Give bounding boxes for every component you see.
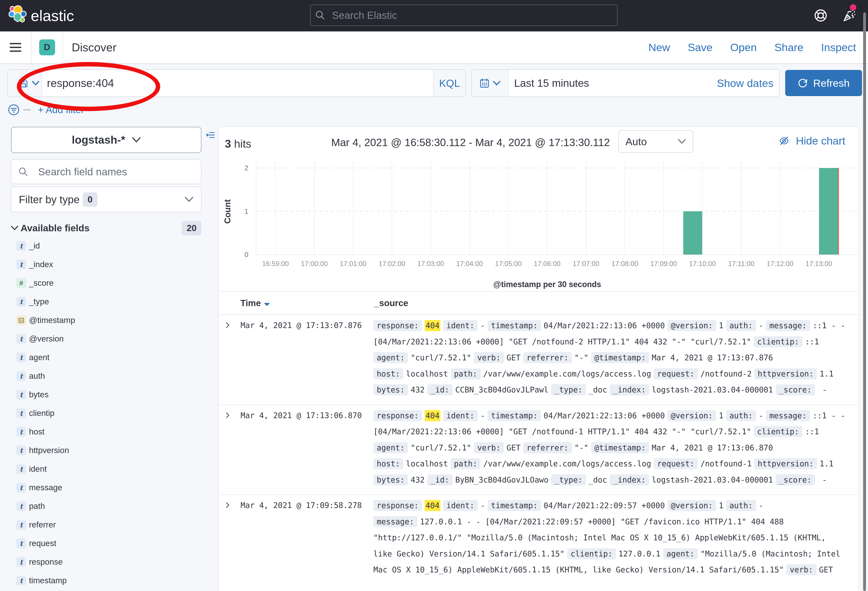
scrollbar-thumb[interactable] (863, 12, 866, 591)
available-fields-header[interactable]: Available fields 20 (11, 221, 201, 235)
page-title: Discover (72, 41, 117, 54)
source-field-badge: verb: (474, 442, 504, 453)
svg-text:17:04:00: 17:04:00 (456, 260, 483, 267)
filter-drop-dash (23, 109, 31, 111)
save-button[interactable]: Save (688, 41, 713, 53)
column-header-source[interactable]: _source (374, 298, 408, 308)
field-item-auth[interactable]: tauth (11, 367, 201, 386)
field-item-host[interactable]: thost (11, 423, 201, 441)
field-item-_id[interactable]: t_id (11, 236, 201, 255)
source-field-badge: @timestamp: (591, 442, 649, 453)
field-search-input[interactable]: Search field names (11, 159, 201, 184)
source-field-badge: @version: (667, 320, 716, 331)
field-item-timestamp[interactable]: ttimestamp (11, 571, 201, 590)
field-item-bytes[interactable]: tbytes (11, 386, 201, 404)
app-header-bar: D Discover New Save Open Share Inspect (0, 31, 868, 64)
svg-text:17:08:00: 17:08:00 (611, 260, 638, 267)
expand-row-icon[interactable] (224, 412, 231, 419)
field-label: _id (29, 241, 40, 251)
source-field-badge: response: (373, 410, 422, 421)
new-button[interactable]: New (648, 41, 670, 53)
svg-text:17:13:00: 17:13:00 (806, 260, 833, 267)
source-value: 1.1 (819, 369, 834, 378)
interval-select[interactable]: Auto (619, 130, 693, 153)
source-value: - (818, 476, 827, 484)
time-range-value[interactable]: Last 15 minutes (514, 77, 717, 89)
source-field-badge: agent: (373, 352, 408, 363)
field-item-_score[interactable]: #_score (11, 274, 201, 293)
source-field-badge: auth: (726, 320, 756, 331)
field-item-httpversion[interactable]: thttpversion (11, 441, 201, 460)
field-item-ident[interactable]: tident (11, 460, 201, 478)
top-header-bar: elastic Search Elastic (0, 0, 868, 31)
histogram-chart[interactable]: Count 01216:59:0017:00:0017:01:0017:02:0… (218, 155, 858, 310)
svg-text:17:01:00: 17:01:00 (340, 260, 366, 267)
filter-settings-icon[interactable] (8, 104, 19, 115)
discover-app-badge[interactable]: D (39, 39, 55, 55)
refresh-button[interactable]: Refresh (785, 70, 862, 96)
source-field-badge: _id: (427, 474, 453, 485)
histogram-bar[interactable] (683, 211, 702, 255)
string-type-icon: t (16, 408, 26, 418)
field-item-@timestamp[interactable]: @timestamp (11, 311, 201, 329)
source-field-badge: _index: (610, 384, 649, 395)
chevron-down-icon (185, 197, 193, 202)
field-item-response[interactable]: tresponse (11, 553, 201, 571)
field-item-agent[interactable]: tagent (11, 348, 201, 367)
search-icon (315, 10, 325, 21)
show-dates-button[interactable]: Show dates (717, 77, 774, 89)
filter-by-type-toggle[interactable]: Filter by type 0 (11, 186, 201, 212)
document-row: Mar 4, 2021 @ 17:09:58.278response:404id… (218, 495, 858, 591)
date-quick-select-button[interactable] (472, 70, 508, 96)
field-item-clientip[interactable]: tclientip (11, 404, 201, 423)
source-value: "curl/7.52.1" (410, 443, 471, 452)
source-field-badge: timestamp: (487, 500, 541, 511)
collapse-sidebar-icon[interactable] (205, 131, 216, 139)
string-type-icon: t (16, 260, 26, 269)
inspect-button[interactable]: Inspect (821, 41, 856, 53)
field-label: host (29, 427, 44, 436)
date-type-icon (16, 315, 26, 325)
global-search-input[interactable]: Search Elastic (310, 4, 618, 26)
source-value: 432 (410, 476, 425, 484)
expand-row-icon[interactable] (224, 502, 231, 509)
source-value: /notfound-1 (700, 459, 752, 468)
source-value: "-" (574, 443, 589, 452)
source-value: /var/www/example.com/logs/access.log (483, 369, 651, 378)
field-item-@version[interactable]: t@version (11, 329, 201, 348)
histogram-bar[interactable] (819, 168, 838, 254)
field-item-request[interactable]: trequest (11, 534, 201, 553)
source-field-badge: host: (373, 458, 403, 469)
discover-main-panel: 3 hits Mar 4, 2021 @ 16:58:30.112 - Mar … (218, 126, 858, 591)
expand-row-icon[interactable] (224, 322, 231, 329)
column-header-time[interactable]: Time (241, 298, 270, 308)
query-language-button[interactable]: KQL (433, 70, 465, 96)
source-field-badge: ident: (443, 410, 478, 421)
field-item-_index[interactable]: t_index (11, 255, 201, 274)
chevron-down-icon (493, 81, 500, 86)
index-pattern-select[interactable]: logstash-* (11, 127, 201, 153)
field-item-path[interactable]: tpath (11, 497, 201, 516)
field-item-message[interactable]: tmessage (11, 478, 201, 497)
svg-text:17:11:00: 17:11:00 (728, 260, 754, 267)
string-type-icon: t (16, 557, 26, 567)
source-field-badge: timestamp: (487, 410, 541, 421)
newsfeed-icon[interactable] (842, 9, 856, 22)
hide-chart-button[interactable]: Hide chart (779, 134, 845, 147)
page-scrollbar[interactable] (858, 0, 868, 591)
svg-text:16:59:00: 16:59:00 (262, 260, 289, 267)
string-type-icon: t (16, 501, 26, 511)
source-value: 1 (719, 321, 723, 330)
source-value: - (480, 321, 485, 330)
field-item-_type[interactable]: t_type (11, 293, 201, 311)
help-icon[interactable] (813, 9, 828, 22)
row-time: Mar 4, 2021 @ 17:13:07.876 (241, 321, 362, 330)
field-label: _score (29, 278, 53, 288)
field-item-referrer[interactable]: treferrer (11, 516, 201, 534)
field-label: clientip (29, 409, 55, 418)
elastic-logo[interactable]: elastic (9, 0, 74, 31)
menu-button[interactable] (0, 31, 31, 63)
source-value: 04/Mar/2021:22:13:06 +0000 (543, 411, 665, 420)
open-button[interactable]: Open (730, 41, 757, 53)
share-button[interactable]: Share (774, 41, 803, 53)
